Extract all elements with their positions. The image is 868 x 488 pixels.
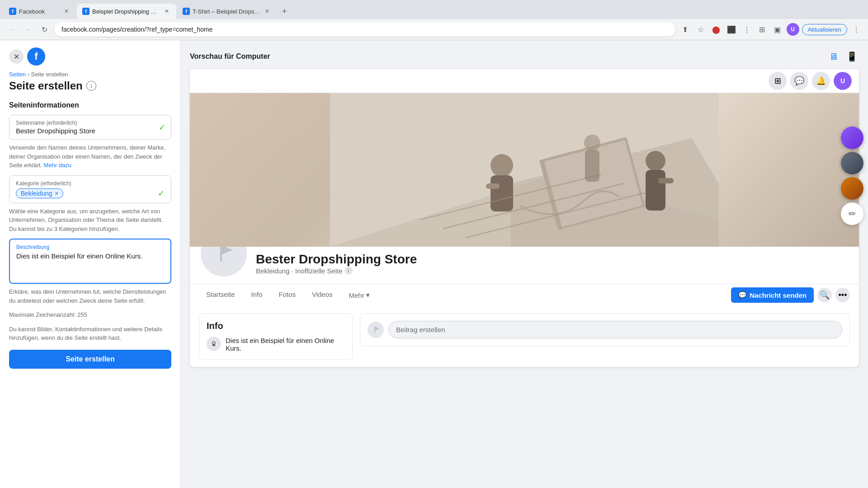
tab-tshirt[interactable]: f T-Shirt – Beispiel Dropshippin… ✕ <box>177 4 277 19</box>
extension-icon[interactable]: ⬛ <box>725 23 738 36</box>
page-name-hint: Verwende den Namen deines Unternehmens, … <box>9 143 171 170</box>
page-category-info-icon[interactable]: i <box>344 267 353 275</box>
category-check-icon: ✓ <box>158 188 165 198</box>
opera-icon[interactable]: ⬤ <box>710 23 722 36</box>
preview-title: Vorschau für Computer <box>190 52 270 61</box>
mehr-dazu-link[interactable]: Mehr dazu <box>44 162 71 169</box>
page-name-field: Seitenname (erforderlich) Bester Dropshi… <box>9 115 171 140</box>
section-title: Seiteninformationen <box>9 101 171 109</box>
close-panel-button[interactable]: ✕ <box>9 49 24 64</box>
svg-rect-7 <box>486 183 500 189</box>
back-button[interactable]: ← <box>5 23 18 36</box>
fb-bell-icon[interactable]: 🔔 <box>812 72 830 90</box>
tab-favicon-tshirt: f <box>183 8 190 15</box>
more-actions-icon[interactable]: ••• <box>835 288 850 302</box>
mobile-icon[interactable]: 📱 <box>844 49 859 64</box>
fb-grid-icon[interactable]: ⊞ <box>769 72 787 90</box>
post-avatar <box>368 322 384 338</box>
fb-page-category: Bekleidung · Inoffizielle Seite i <box>256 267 417 275</box>
page-name-section: Bester Dropshipping Store Bekleidung · I… <box>256 252 417 278</box>
svg-rect-15 <box>585 150 599 182</box>
nav-videos[interactable]: Videos <box>305 284 340 306</box>
tab-favicon-facebook: f <box>9 8 16 15</box>
description-value[interactable]: Dies ist ein Beispiel für einen Online K… <box>16 252 164 260</box>
category-tag: Bekleidung × <box>16 188 63 198</box>
left-panel: ✕ f Seiten › Seite erstellen Seite erste… <box>0 40 181 488</box>
category-field: Kategorie (erforderlich) Bekleidung × ✓ <box>9 175 171 203</box>
description-hint1: Erkläre, was dein Unternehmen tut, welch… <box>9 287 171 305</box>
svg-point-14 <box>584 135 600 151</box>
description-field[interactable]: Beschreibung Dies ist ein Beispiel für e… <box>9 239 171 284</box>
bookmark-icon[interactable]: ☆ <box>694 23 707 36</box>
fb-profile-icon[interactable]: U <box>834 72 852 90</box>
fb-page-nav: Startseite Info Fotos Videos Mehr ▾ 💬 Na… <box>190 284 859 306</box>
fb-page-name: Bester Dropshipping Store <box>256 252 417 267</box>
svg-rect-6 <box>491 175 513 211</box>
svg-rect-9 <box>646 170 665 211</box>
fb-info-desc-text: Dies ist ein Beispiel für einen Online K… <box>226 337 345 352</box>
char-count: Maximale Zeichenanzahl: 255 <box>9 310 171 319</box>
more-options-icon[interactable]: ⋮ <box>850 23 863 36</box>
svg-rect-16 <box>220 245 222 262</box>
right-panel: Vorschau für Computer 🖥 📱 ⊞ 💬 🔔 U <box>181 40 868 488</box>
reload-button[interactable]: ↻ <box>38 23 51 36</box>
fb-post-area: Beitrag erstellen <box>360 313 850 360</box>
search-icon[interactable]: 🔍 <box>817 288 832 302</box>
flag-small-icon <box>371 325 380 334</box>
tab-store[interactable]: f Beispiel Dropshipping Store · ✕ <box>77 4 176 19</box>
page-name-check-icon: ✓ <box>159 122 165 132</box>
menu-icon[interactable]: ⋮ <box>741 23 753 36</box>
nav-fotos[interactable]: Fotos <box>271 284 303 306</box>
category-label: Kategorie (erforderlich) <box>16 180 165 187</box>
sidebar-icon[interactable]: ▣ <box>771 23 784 36</box>
toolbar-icons: ⬆ ☆ ⬤ ⬛ ⋮ ⊞ ▣ U Aktualisieren ⋮ <box>679 23 863 36</box>
tab-bar: f Facebook ✕ f Beispiel Dropshipping Sto… <box>0 0 868 19</box>
fb-page-content: Info Dies ist ein Beispiel für einen Onl… <box>190 306 859 367</box>
tab-close-facebook[interactable]: ✕ <box>62 7 71 15</box>
nav-startseite[interactable]: Startseite <box>199 284 242 306</box>
floating-avatars: ✏ <box>841 127 863 225</box>
breadcrumb-pages-link[interactable]: Seiten <box>9 71 26 78</box>
fb-page-preview: ⊞ 💬 🔔 U <box>190 69 859 367</box>
tab-label-store: Beispiel Dropshipping Store · <box>92 8 160 15</box>
preview-header: Vorschau für Computer 🖥 📱 <box>190 49 859 64</box>
new-tab-button[interactable]: + <box>278 5 291 18</box>
svg-rect-10 <box>658 178 674 183</box>
address-bar: ← → ↻ ⬆ ☆ ⬤ ⬛ ⋮ ⊞ ▣ U Aktualisieren ⋮ <box>0 19 868 40</box>
tab-facebook[interactable]: f Facebook ✕ <box>4 4 76 19</box>
svg-point-5 <box>491 154 513 177</box>
profile-avatar[interactable]: U <box>787 23 799 36</box>
category-tag-remove[interactable]: × <box>55 190 58 197</box>
page-title-info-icon[interactable]: i <box>86 81 96 91</box>
tab-close-tshirt[interactable]: ✕ <box>263 7 271 15</box>
grid-icon[interactable]: ⊞ <box>756 23 769 36</box>
edit-icon: ✏ <box>849 208 856 219</box>
desktop-icon[interactable]: 🖥 <box>826 49 841 64</box>
page-name-value[interactable]: Bester Dropshipping Store <box>16 127 165 135</box>
panel-header: ✕ f <box>9 47 171 66</box>
browser-chrome: f Facebook ✕ f Beispiel Dropshipping Sto… <box>0 0 868 40</box>
tab-close-store[interactable]: ✕ <box>163 7 171 15</box>
fb-info-desc-icon <box>207 337 221 351</box>
floating-avatar-1[interactable] <box>841 127 863 149</box>
update-button[interactable]: Aktualisieren <box>802 24 847 35</box>
floating-edit-button[interactable]: ✏ <box>841 202 863 225</box>
tab-label-tshirt: T-Shirt – Beispiel Dropshippin… <box>193 8 260 15</box>
main-layout: ✕ f Seiten › Seite erstellen Seite erste… <box>0 40 868 488</box>
floating-avatar-2[interactable] <box>841 152 863 174</box>
svg-marker-21 <box>375 327 379 330</box>
nav-mehr[interactable]: Mehr ▾ <box>342 285 377 305</box>
category-hint: Wähle eine Kategorie aus, um anzugeben, … <box>9 207 171 234</box>
create-page-button[interactable]: Seite erstellen <box>9 350 171 369</box>
fb-messenger-icon[interactable]: 💬 <box>790 72 808 90</box>
svg-point-8 <box>646 151 665 171</box>
forward-button[interactable]: → <box>22 23 34 36</box>
url-input[interactable] <box>54 22 675 37</box>
create-post-button[interactable]: Beitrag erstellen <box>388 321 842 338</box>
fb-create-post: Beitrag erstellen <box>360 313 850 346</box>
share-icon[interactable]: ⬆ <box>679 23 692 36</box>
send-message-button[interactable]: 💬 Nachricht senden <box>731 287 814 303</box>
nav-info[interactable]: Info <box>244 284 269 306</box>
category-tag-label: Bekleidung <box>21 190 52 197</box>
floating-avatar-3[interactable] <box>841 177 863 200</box>
